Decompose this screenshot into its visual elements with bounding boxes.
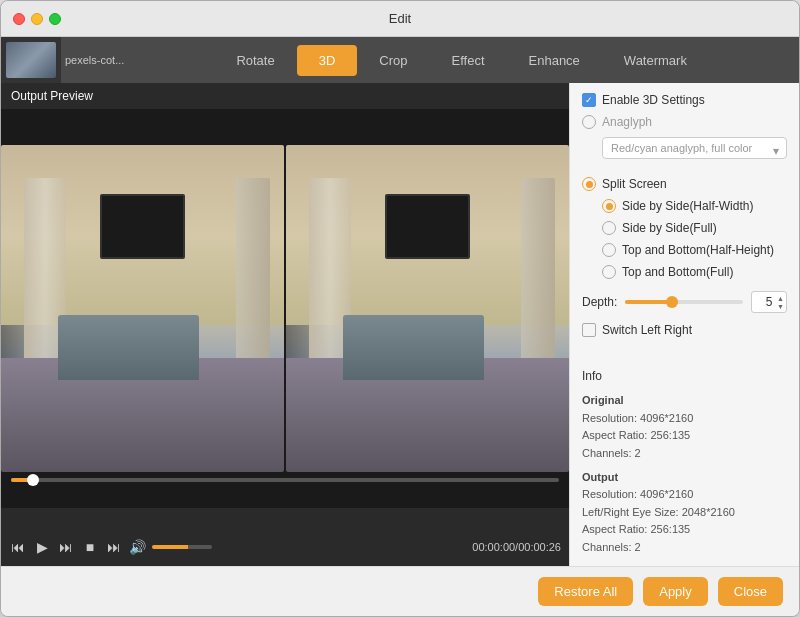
info-title: Info <box>582 367 787 386</box>
stop-button[interactable]: ■ <box>81 538 99 556</box>
enable-3d-label: Enable 3D Settings <box>602 93 705 107</box>
side-by-side-full-label: Side by Side(Full) <box>622 221 717 235</box>
tab-crop[interactable]: Crop <box>357 45 429 76</box>
depth-row: Depth: 5 ▲ ▼ <box>582 291 787 313</box>
room-tv-l <box>100 194 185 259</box>
info-section: Info Original Resolution: 4096*2160 Aspe… <box>582 367 787 557</box>
anaglyph-row: Anaglyph <box>582 115 787 129</box>
depth-slider[interactable] <box>625 300 743 304</box>
frame-inner-left <box>1 145 284 472</box>
preview-frame-left <box>1 145 284 472</box>
split-screen-label: Split Screen <box>602 177 667 191</box>
volume-slider[interactable] <box>152 545 212 549</box>
top-bottom-full-row: Top and Bottom(Full) <box>582 265 787 279</box>
split-screen <box>1 109 569 508</box>
original-channels: Channels: 2 <box>582 445 787 463</box>
thumbnail <box>1 37 61 83</box>
volume-icon: 🔊 <box>129 539 146 555</box>
original-label: Original <box>582 392 787 410</box>
side-by-side-half-radio[interactable] <box>602 199 616 213</box>
titlebar: Edit <box>1 1 799 37</box>
top-bottom-full-label: Top and Bottom(Full) <box>622 265 733 279</box>
minimize-window-button[interactable] <box>31 13 43 25</box>
top-bottom-full-radio[interactable] <box>602 265 616 279</box>
apply-button[interactable]: Apply <box>643 577 708 606</box>
depth-spinners: ▲ ▼ <box>777 292 784 312</box>
side-by-side-full-row: Side by Side(Full) <box>582 221 787 235</box>
preview-area: Output Preview <box>1 83 569 566</box>
anaglyph-radio[interactable] <box>582 115 596 129</box>
output-label: Output <box>582 469 787 487</box>
restore-all-button[interactable]: Restore All <box>538 577 633 606</box>
tab-effect[interactable]: Effect <box>430 45 507 76</box>
side-by-side-half-row: Side by Side(Half-Width) <box>582 199 787 213</box>
time-display: 00:00:00/00:00:26 <box>472 541 561 553</box>
output-resolution: Resolution: 4096*2160 <box>582 486 787 504</box>
frame-inner-right <box>286 145 569 472</box>
preview-frame-right <box>286 145 569 472</box>
close-window-button[interactable] <box>13 13 25 25</box>
depth-decrement[interactable]: ▼ <box>777 303 784 310</box>
anaglyph-dropdown[interactable]: Red/cyan anaglyph, full color <box>602 137 787 159</box>
side-by-side-full-radio[interactable] <box>602 221 616 235</box>
skip-back-button[interactable]: ⏮ <box>9 538 27 556</box>
room-sofa-r <box>343 315 485 380</box>
tab-3d[interactable]: 3D <box>297 45 358 76</box>
room-sofa-l <box>58 315 200 380</box>
split-screen-radio[interactable] <box>582 177 596 191</box>
depth-value-box: 5 ▲ ▼ <box>751 291 787 313</box>
tab-rotate[interactable]: Rotate <box>214 45 296 76</box>
window-controls <box>13 13 61 25</box>
top-bottom-half-radio[interactable] <box>602 243 616 257</box>
close-button[interactable]: Close <box>718 577 783 606</box>
switch-lr-checkbox[interactable] <box>582 323 596 337</box>
window-title: Edit <box>389 11 411 26</box>
depth-slider-thumb[interactable] <box>666 296 678 308</box>
settings-panel: Enable 3D Settings Anaglyph Red/cyan ana… <box>569 83 799 566</box>
tab-watermark[interactable]: Watermark <box>602 45 709 76</box>
tab-bar: Rotate 3D Crop Effect Enhance Watermark <box>124 45 799 76</box>
toolbar: pexels-cot... Rotate 3D Crop Effect Enha… <box>1 37 799 83</box>
enable-3d-checkbox[interactable] <box>582 93 596 107</box>
side-by-side-half-label: Side by Side(Half-Width) <box>622 199 753 213</box>
depth-value: 5 <box>766 295 773 309</box>
playback-controls: ⏮ ▶ ⏭ ■ ⏭ 🔊 00:00:00/00:00:26 <box>1 528 569 566</box>
play-button[interactable]: ▶ <box>33 538 51 556</box>
output-eye-size: Left/Right Eye Size: 2048*2160 <box>582 504 787 522</box>
progress-track[interactable] <box>11 478 559 482</box>
depth-slider-fill <box>625 300 672 304</box>
progress-thumb[interactable] <box>27 474 39 486</box>
room-tv-r <box>385 194 470 259</box>
main-content: Output Preview <box>1 83 799 566</box>
app-window: Edit pexels-cot... Rotate 3D Crop Effect… <box>0 0 800 617</box>
top-bottom-half-label: Top and Bottom(Half-Height) <box>622 243 774 257</box>
anaglyph-label: Anaglyph <box>602 115 652 129</box>
output-aspect: Aspect Ratio: 256:135 <box>582 521 787 539</box>
switch-lr-label: Switch Left Right <box>602 323 692 337</box>
depth-increment[interactable]: ▲ <box>777 295 784 302</box>
next-button[interactable]: ⏭ <box>105 538 123 556</box>
original-aspect: Aspect Ratio: 256:135 <box>582 427 787 445</box>
switch-lr-row: Switch Left Right <box>582 323 787 337</box>
thumbnail-image <box>6 42 56 78</box>
output-channels: Channels: 2 <box>582 539 787 557</box>
top-bottom-half-row: Top and Bottom(Half-Height) <box>582 243 787 257</box>
split-screen-row: Split Screen <box>582 177 787 191</box>
tab-enhance[interactable]: Enhance <box>507 45 602 76</box>
filename-label: pexels-cot... <box>61 54 124 66</box>
skip-frame-button[interactable]: ⏭ <box>57 538 75 556</box>
preview-label: Output Preview <box>1 83 569 109</box>
video-preview <box>1 109 569 508</box>
enable-3d-row: Enable 3D Settings <box>582 93 787 107</box>
bottom-bar: Restore All Apply Close <box>1 566 799 616</box>
depth-label: Depth: <box>582 295 617 309</box>
maximize-window-button[interactable] <box>49 13 61 25</box>
anaglyph-dropdown-wrapper: Red/cyan anaglyph, full color <box>582 137 787 165</box>
original-resolution: Resolution: 4096*2160 <box>582 410 787 428</box>
